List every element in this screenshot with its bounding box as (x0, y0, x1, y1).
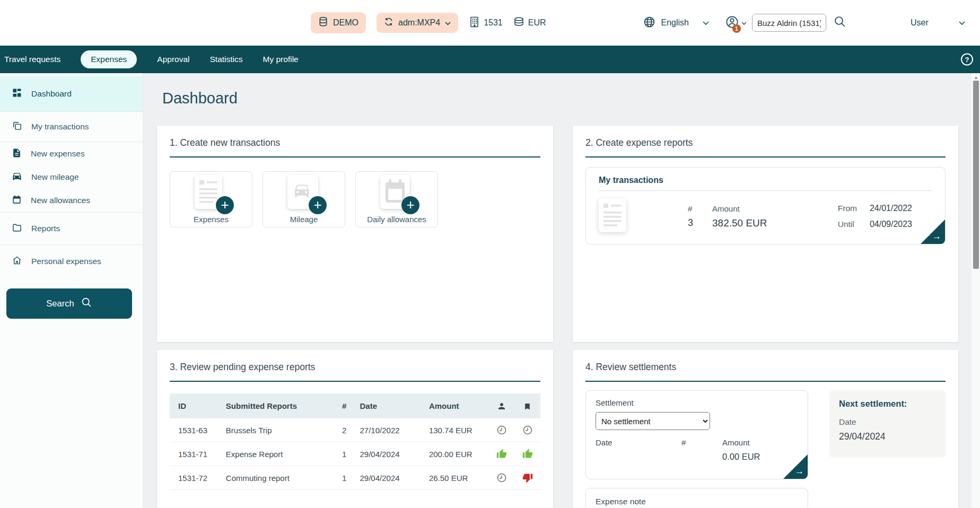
column-id[interactable]: ID (170, 393, 222, 418)
nav-expenses[interactable]: Expenses (81, 50, 137, 68)
sidebar-item-label: New mileage (31, 172, 79, 182)
chevron-down-icon (703, 18, 709, 28)
settlement-select[interactable]: No settlement (596, 412, 710, 430)
new-mileage-card[interactable]: + Mileage (262, 171, 345, 227)
role-label: User (911, 18, 929, 28)
sidebar-item-my-transactions[interactable]: My transactions (0, 112, 143, 142)
environment-label: adm:MXP4 (398, 18, 440, 28)
search-icon[interactable] (834, 15, 846, 30)
column-amount[interactable]: Amount (425, 393, 488, 418)
cell-amount: 200.00 EUR (425, 442, 488, 466)
scroll-up-icon[interactable]: ▲ (972, 75, 980, 80)
expense-note-box[interactable]: Expense note (585, 488, 808, 508)
next-settlement-title: Next settlement: (839, 399, 936, 409)
sidebar-item-new-mileage[interactable]: New mileage (0, 165, 143, 189)
building-icon (470, 16, 480, 30)
nav-my-profile[interactable]: My profile (263, 55, 299, 64)
count-value: 3 (688, 217, 693, 229)
new-allowances-card[interactable]: + Daily allowances (355, 171, 438, 227)
settlement-date-label: Date (596, 438, 681, 462)
environment-badge[interactable]: adm:MXP4 (377, 13, 458, 33)
sidebar-item-dashboard[interactable]: Dashboard (0, 76, 143, 111)
chevron-down-icon (959, 18, 965, 28)
topbar: DEMO adm:MXP4 (0, 0, 980, 46)
plus-icon: + (309, 196, 327, 214)
panel-settlements: 4. Review settlements Settlement No sett… (573, 350, 958, 508)
sidebar-item-label: My transactions (31, 122, 89, 132)
calendar-icon (12, 195, 22, 207)
dashboard-icon (12, 87, 22, 100)
sidebar-item-label: Personal expenses (31, 257, 101, 266)
table-row[interactable]: 1531-72 Commuting report 1 29/04/2024 26… (170, 466, 540, 490)
nav-travel-requests[interactable]: Travel requests (4, 55, 60, 64)
my-transactions-box: My transactions (585, 167, 946, 244)
go-to-transactions-button[interactable]: → (921, 220, 945, 244)
account-menu[interactable]: 1 (725, 15, 747, 31)
clock-icon (496, 472, 507, 481)
from-value: 24/01/2022 (870, 204, 912, 213)
cell-id: 1531-63 (170, 418, 222, 442)
sidebar-item-reports[interactable]: Reports (0, 213, 143, 244)
status-rejected (514, 466, 540, 490)
next-date-label: Date (839, 417, 936, 427)
scrollbar-thumb[interactable] (973, 81, 979, 269)
sidebar-item-personal-expenses[interactable]: Personal expenses (0, 245, 143, 278)
table-row[interactable]: 1531-71 Expense Report 1 29/04/2024 200.… (170, 442, 540, 466)
cell-count: 1 (338, 466, 356, 490)
amount-label: Amount (712, 204, 767, 213)
status-approved (488, 442, 514, 466)
cell-report-name: Commuting report (222, 466, 338, 490)
status-approved (514, 442, 540, 466)
panel-title: 2. Create expense reports (585, 137, 946, 157)
transactions-document-icon (599, 198, 626, 234)
settlement-amount-label: Amount (722, 438, 760, 447)
role-selector[interactable]: User (911, 18, 965, 28)
demo-label: DEMO (333, 18, 358, 28)
user-search-input[interactable] (752, 14, 826, 32)
new-expense-card[interactable]: + Expenses (170, 171, 252, 227)
card-label: Daily allowances (367, 215, 426, 224)
sidebar: Dashboard My transactions New expenses N… (0, 73, 143, 508)
cell-count: 1 (338, 442, 356, 466)
arrow-right-icon: → (795, 466, 804, 477)
panel-title: 4. Review settlements (585, 362, 946, 382)
language-selector[interactable]: English (643, 16, 709, 30)
cell-report-name: Brussels Trip (222, 418, 338, 442)
until-label: Until (838, 220, 857, 229)
nav-statistics[interactable]: Statistics (210, 55, 243, 64)
demo-badge[interactable]: DEMO (311, 12, 366, 33)
pending-reports-table: ID Submitted Reports # Date Amount (170, 393, 540, 490)
go-to-settlement-button[interactable]: → (783, 454, 808, 479)
status-pending (488, 466, 514, 490)
sidebar-item-label: New expenses (31, 149, 85, 159)
sidebar-item-label: New allowances (31, 196, 90, 205)
card-label: Expenses (194, 215, 229, 224)
sidebar-item-new-expenses[interactable]: New expenses (0, 142, 143, 165)
arrow-right-icon: → (932, 231, 941, 242)
plus-icon: + (401, 196, 419, 214)
from-label: From (838, 204, 857, 213)
clock-icon (522, 425, 533, 434)
vertical-scrollbar[interactable]: ▲ (971, 73, 980, 508)
entity-indicator: 1531 (470, 16, 503, 30)
card-label: Mileage (290, 215, 318, 224)
transactions-copy-icon (12, 120, 22, 133)
column-submitted-reports[interactable]: Submitted Reports (222, 393, 338, 418)
column-date[interactable]: Date (356, 393, 425, 418)
search-icon (81, 297, 92, 310)
cell-report-name: Expense Report (222, 442, 338, 466)
clock-icon (496, 425, 507, 434)
currency-indicator: EUR (513, 17, 546, 29)
nav-approval[interactable]: Approval (157, 55, 189, 64)
search-button[interactable]: Search (6, 288, 132, 319)
coins-icon (513, 17, 524, 29)
cell-amount: 130.74 EUR (425, 418, 488, 442)
sidebar-item-new-allowances[interactable]: New allowances (0, 189, 143, 212)
chevron-down-icon (741, 18, 747, 28)
column-count[interactable]: # (338, 393, 356, 418)
help-icon[interactable]: ? (961, 54, 973, 66)
settlement-box: Settlement No settlement Date # Amount (585, 390, 808, 479)
bookmark-icon (523, 401, 531, 410)
panel-create-transactions: 1. Create new transactions (157, 126, 553, 342)
table-row[interactable]: 1531-63 Brussels Trip 2 27/10/2022 130.7… (170, 418, 540, 442)
